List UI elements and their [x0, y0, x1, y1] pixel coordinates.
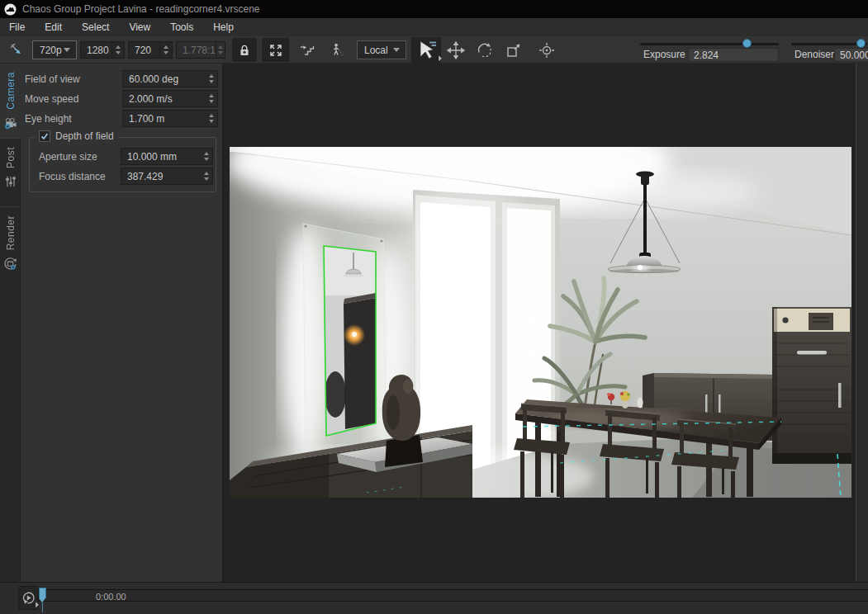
pick-focus-icon: [7, 41, 25, 59]
spinner-arrows[interactable]: [205, 71, 217, 87]
field-of-view-row: Field of view 60.000 deg: [23, 70, 218, 87]
rotate-tool-button[interactable]: [472, 38, 498, 62]
field-of-view-label: Field of view: [23, 73, 122, 85]
timeline-playhead[interactable]: [39, 588, 46, 612]
camera-icon: [3, 116, 17, 134]
field-of-view-value: 60.000 deg: [129, 73, 178, 85]
aperture-size-input[interactable]: 10.000 mm: [121, 148, 213, 165]
exposure-slider[interactable]: [640, 43, 779, 45]
width-value: 1280: [87, 45, 109, 56]
menu-file[interactable]: File: [0, 18, 35, 36]
tab-render-label: Render: [5, 215, 17, 250]
depth-of-field-group: Depth of field Aperture size 10.000 mm F…: [29, 137, 216, 192]
title-bar: Chaos Group Project Lavina - readingcorn…: [0, 0, 868, 18]
timeline-time: 0:00.00: [96, 590, 126, 602]
tab-render[interactable]: Render: [0, 207, 21, 283]
eye-height-input[interactable]: 1.700 m: [122, 110, 218, 127]
focus-distance-row: Focus distance 387.429: [32, 168, 213, 185]
fit-view-icon: [268, 42, 284, 59]
denoiser-value-field[interactable]: 50.000: [834, 48, 868, 62]
rotate-icon: [476, 41, 494, 59]
app-window: Chaos Group Project Lavina - readingcorn…: [0, 0, 868, 614]
denoiser-value: 50.000: [840, 50, 868, 61]
post-icon: [4, 175, 17, 191]
side-tab-strip: Camera Post: [0, 64, 21, 582]
focus-target-button[interactable]: [534, 38, 560, 62]
menu-help[interactable]: Help: [203, 18, 244, 36]
right-panel-divider[interactable]: [856, 64, 856, 582]
focus-distance-label: Focus distance: [32, 171, 121, 182]
scale-tool-button[interactable]: [500, 38, 527, 62]
toolbar: 720p 1280 720 1.778:1: [0, 36, 868, 64]
height-value: 720: [135, 45, 151, 56]
spinner-arrows[interactable]: [205, 111, 217, 126]
tab-camera-label: Camera: [5, 72, 17, 110]
spinner-arrows[interactable]: [111, 42, 124, 58]
focus-distance-input[interactable]: 387.429: [121, 168, 213, 185]
move-speed-value: 2.000 m/s: [129, 93, 173, 105]
tab-post[interactable]: Post: [0, 139, 21, 206]
play-loop-button[interactable]: [18, 586, 39, 610]
spinner-arrows[interactable]: [200, 149, 212, 164]
mirror-reflection: [322, 243, 378, 439]
viewport-right-panel-area: [856, 64, 868, 582]
timeline-bar: 0:00.00: [0, 582, 868, 614]
menu-view[interactable]: View: [119, 18, 160, 36]
steps-mode-button[interactable]: [295, 38, 321, 62]
rendered-scene[interactable]: [230, 147, 851, 498]
height-spinner[interactable]: 720: [128, 41, 173, 59]
lock-aspect-button[interactable]: [232, 38, 257, 62]
resolution-preset-dropdown[interactable]: 720p: [32, 40, 77, 59]
menu-edit[interactable]: Edit: [35, 18, 72, 36]
mirror-object-selected[interactable]: [303, 224, 386, 456]
move-speed-label: Move speed: [23, 93, 122, 105]
spinner-arrows[interactable]: [200, 168, 212, 184]
exposure-value-field[interactable]: 2.824: [688, 48, 779, 62]
check-icon: [40, 132, 49, 140]
denoiser-group: Denoiser 50.000: [791, 36, 868, 64]
move-speed-input[interactable]: 2.000 m/s: [122, 90, 218, 107]
move-tool-button[interactable]: [443, 38, 469, 62]
eye-height-label: Eye height: [23, 113, 122, 125]
tab-post-label: Post: [5, 147, 17, 168]
spinner-arrows: [216, 42, 225, 58]
pick-focus-button[interactable]: [2, 38, 29, 62]
walk-mode-button[interactable]: [324, 38, 350, 62]
eye-height-value: 1.700 m: [129, 113, 164, 125]
resolution-preset-value: 720p: [40, 45, 62, 56]
aperture-size-row: Aperture size 10.000 mm: [32, 148, 213, 165]
depth-of-field-checkbox[interactable]: [39, 130, 50, 142]
aspect-ratio-spinner: 1.778:1: [176, 41, 225, 59]
aperture-size-label: Aperture size: [32, 151, 121, 163]
transform-space-dropdown[interactable]: Local: [357, 40, 406, 59]
spinner-arrows[interactable]: [205, 91, 217, 106]
transform-space-value: Local: [364, 45, 388, 56]
tall-cabinet-coffee-machine[interactable]: [772, 307, 851, 464]
window-title: Chaos Group Project Lavina - readingcorn…: [22, 3, 259, 15]
eye-height-row: Eye height 1.700 m: [23, 110, 218, 127]
nav-pointer-button[interactable]: [411, 37, 441, 63]
focus-target-icon: [538, 41, 556, 59]
menu-select[interactable]: Select: [72, 18, 119, 36]
fit-view-button[interactable]: [262, 38, 289, 62]
chevron-down-icon: [30, 599, 39, 608]
exposure-slider-handle[interactable]: [742, 39, 752, 48]
chevron-down-icon: [64, 48, 70, 52]
steps-icon: [299, 42, 317, 59]
focus-distance-value: 387.429: [127, 171, 163, 182]
aspect-ratio-value: 1.778:1: [183, 45, 216, 56]
tab-camera[interactable]: Camera: [0, 64, 21, 138]
depth-of-field-label: Depth of field: [55, 130, 114, 142]
move-speed-row: Move speed 2.000 m/s: [23, 90, 218, 107]
denoiser-slider-handle[interactable]: [856, 39, 866, 48]
menu-tools[interactable]: Tools: [160, 18, 203, 36]
exposure-value: 2.824: [694, 50, 719, 61]
viewport[interactable]: [223, 64, 868, 582]
width-spinner[interactable]: 1280: [80, 41, 125, 59]
field-of-view-input[interactable]: 60.000 deg: [122, 70, 218, 87]
denoiser-label: Denoiser: [794, 49, 834, 60]
aperture-size-value: 10.000 mm: [127, 151, 177, 163]
timeline-track[interactable]: 0:00.00: [38, 589, 868, 602]
spinner-arrows[interactable]: [159, 42, 172, 58]
move-icon: [447, 41, 465, 59]
